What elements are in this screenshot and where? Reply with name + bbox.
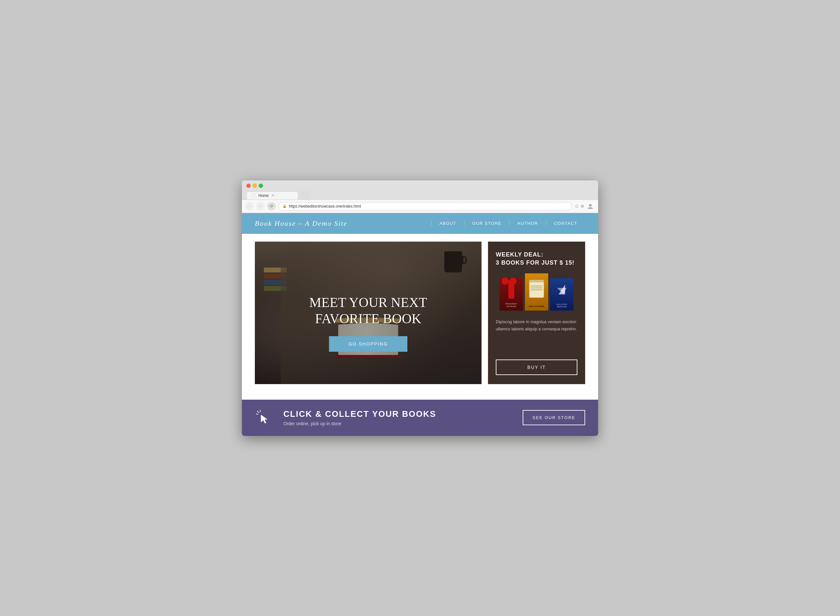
deal-panel: WEEKLY DEAL:3 BOOKS FOR JUST $ 15! PRAES… (488, 242, 585, 384)
nav-about[interactable]: ABOUT (431, 221, 464, 226)
bookmark-icon[interactable]: ☆ (575, 203, 579, 209)
svg-line-3 (256, 414, 258, 414)
book3-label: VOLUTPATMENTUM (550, 302, 573, 309)
hero-headline-line2: FAVORITE BOOK (266, 311, 470, 327)
back-button[interactable]: ‹ (245, 202, 254, 211)
address-bar[interactable]: 🔒 https://webeditorshowcase.one/index.ht… (278, 202, 572, 211)
cursor-icon-area (255, 409, 274, 427)
maximize-button[interactable] (259, 183, 263, 188)
go-shopping-button[interactable]: GO SHOPPING (329, 336, 408, 352)
browser-titlebar: 📄 Home ✕ (242, 180, 598, 200)
user-avatar-icon (587, 203, 594, 210)
tab-close-icon[interactable]: ✕ (271, 194, 274, 198)
active-tab[interactable]: 📄 Home ✕ (246, 191, 298, 199)
user-icon[interactable] (586, 202, 595, 211)
books-display: PRAESENTRUTRUM SOL (496, 273, 578, 311)
forward-button[interactable]: › (256, 202, 265, 211)
url-display: https://webeditorshowcase.one/index.html (289, 204, 361, 208)
browser-window: 📄 Home ✕ ‹ › ⟳ 🔒 https://webeditorshowca… (242, 180, 598, 436)
deal-description: Dipiscng labore in magnlua veniam exrcto… (496, 318, 578, 351)
svg-marker-4 (261, 415, 267, 423)
see-our-store-button[interactable]: SEE OUR STORE (523, 410, 585, 425)
menu-icon[interactable]: ≡ (581, 203, 584, 209)
book1-label: PRAESENTRUTRUM (500, 302, 523, 309)
scroll-shape (529, 280, 544, 298)
website-content: Book House – A Demo Site ABOUT OUR STORE… (242, 213, 598, 436)
deal-title: WEEKLY DEAL:3 BOOKS FOR JUST $ 15! (496, 251, 578, 267)
nav-links: ABOUT OUR STORE AUTHOR CONTACT (431, 221, 585, 226)
nav-store[interactable]: OUR STORE (464, 221, 509, 226)
svg-line-2 (260, 410, 261, 412)
hero-headline-line1: MEET YOUR NEXT (266, 295, 470, 311)
nav-contact[interactable]: CONTACT (546, 221, 585, 226)
deal-book-3: VOLUTPATMENTUM (550, 278, 573, 311)
hero-section: MEET YOUR NEXT FAVORITE BOOK GO SHOPPING… (255, 242, 585, 384)
cursor-svg-icon (255, 409, 272, 425)
site-navigation: Book House – A Demo Site ABOUT OUR STORE… (242, 213, 598, 234)
collect-text-block: CLICK & COLLECT YOUR BOOKS Order online,… (283, 409, 514, 426)
deal-book-1: PRAESENTRUTRUM (500, 278, 523, 311)
browser-controls (246, 183, 594, 188)
book2-label: SOLLICITUDIN (525, 304, 548, 309)
collect-banner: CLICK & COLLECT YOUR BOOKS Order online,… (242, 400, 598, 436)
minimize-button[interactable] (252, 183, 257, 188)
tab-title: Home (258, 194, 269, 198)
nav-author[interactable]: AUTHOR (509, 221, 546, 226)
refresh-button[interactable]: ⟳ (267, 202, 276, 211)
main-content: MEET YOUR NEXT FAVORITE BOOK GO SHOPPING… (242, 234, 598, 400)
site-logo: Book House – A Demo Site (255, 219, 431, 228)
hero-text-block: MEET YOUR NEXT FAVORITE BOOK GO SHOPPING (266, 295, 470, 352)
collect-heading: CLICK & COLLECT YOUR BOOKS (283, 409, 514, 419)
new-tab-area[interactable] (299, 191, 310, 199)
buy-it-button[interactable]: BUY IT (496, 359, 578, 375)
hero-headline: MEET YOUR NEXT FAVORITE BOOK (266, 295, 470, 327)
close-button[interactable] (246, 183, 251, 188)
collect-subtext: Order online, pick up in store (283, 421, 514, 426)
secure-lock-icon: 🔒 (282, 204, 287, 208)
svg-line-1 (257, 411, 259, 413)
tab-bar: 📄 Home ✕ (246, 191, 594, 199)
svg-point-0 (589, 204, 592, 207)
deal-book-2: SOLLICITUDIN (525, 273, 548, 311)
toolbar-right: ☆ ≡ (575, 202, 595, 211)
hero-image-panel: MEET YOUR NEXT FAVORITE BOOK GO SHOPPING (255, 242, 482, 384)
browser-toolbar: ‹ › ⟳ 🔒 https://webeditorshowcase.one/in… (242, 200, 598, 213)
